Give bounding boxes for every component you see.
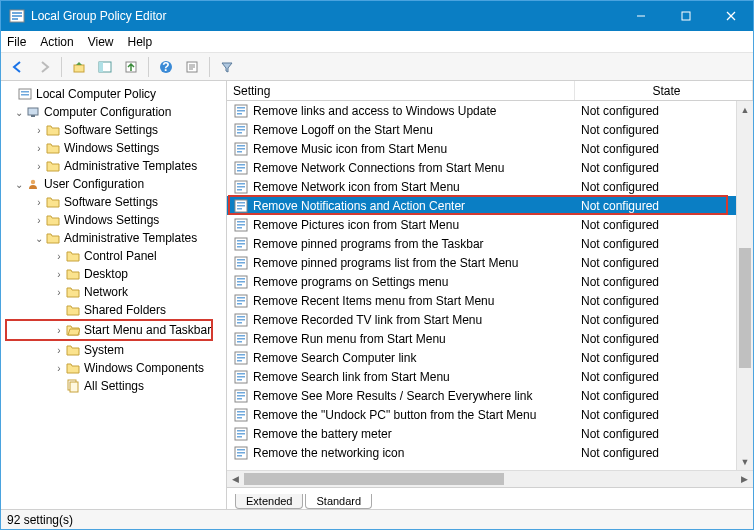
tree-desktop[interactable]: › Desktop [5,265,226,283]
vertical-scrollbar[interactable]: ▲ ▼ [736,101,753,470]
list-row[interactable]: Remove See More Results / Search Everywh… [227,386,753,405]
filter-button[interactable] [216,56,238,78]
tree-all-settings[interactable]: All Settings [5,377,226,395]
setting-state: Not configured [575,123,753,137]
tab-extended[interactable]: Extended [235,494,303,509]
list-row[interactable]: Remove Run menu from Start MenuNot confi… [227,329,753,348]
tree-twisty[interactable]: ⌄ [33,233,45,244]
tree-twisty[interactable]: › [33,197,45,208]
properties-button[interactable] [181,56,203,78]
tree-admin-templates[interactable]: › Administrative Templates [5,157,226,175]
tree-twisty[interactable]: › [33,161,45,172]
tree-twisty[interactable]: › [33,125,45,136]
column-state[interactable]: State [575,81,753,100]
back-button[interactable] [7,56,29,78]
list-row[interactable]: Remove pinned programs from the TaskbarN… [227,234,753,253]
scroll-down-arrow[interactable]: ▼ [737,453,753,470]
list-row[interactable]: Remove programs on Settings menuNot conf… [227,272,753,291]
scroll-track[interactable] [737,118,753,453]
tree-start-menu-taskbar[interactable]: › Start Menu and Taskbar [7,321,211,339]
svg-rect-87 [237,392,245,394]
export-list-button[interactable] [120,56,142,78]
svg-rect-25 [70,382,78,392]
svg-rect-47 [237,202,245,204]
tree-shared-folders[interactable]: Shared Folders [5,301,226,319]
list-row[interactable]: Remove the "Undock PC" button from the S… [227,405,753,424]
tree-software-settings[interactable]: › Software Settings [5,193,226,211]
list-row[interactable]: Remove Recorded TV link from Start MenuN… [227,310,753,329]
help-button[interactable]: ? [155,56,177,78]
minimize-button[interactable] [618,1,663,31]
horizontal-scrollbar[interactable]: ◀ ▶ [227,470,753,487]
svg-rect-20 [21,94,29,96]
tree-software-settings[interactable]: › Software Settings [5,121,226,139]
setting-icon [233,293,249,309]
tree-windows-components[interactable]: › Windows Components [5,359,226,377]
tree-label: Network [84,285,128,299]
tree-twisty[interactable]: › [33,215,45,226]
list-row[interactable]: Remove Search Computer linkNot configure… [227,348,753,367]
list-row[interactable]: Remove Notifications and Action CenterNo… [227,196,753,215]
menu-action[interactable]: Action [40,35,73,49]
tree-admin-templates[interactable]: ⌄ Administrative Templates [5,229,226,247]
setting-icon [233,331,249,347]
list-row[interactable]: Remove the networking iconNot configured [227,443,753,462]
tree-root[interactable]: Local Computer Policy [5,85,226,103]
svg-rect-76 [237,338,245,340]
tree-twisty[interactable]: ⌄ [13,179,25,190]
menu-help[interactable]: Help [128,35,153,49]
list-row[interactable]: Remove Search link from Start MenuNot co… [227,367,753,386]
tree-twisty[interactable]: › [53,363,65,374]
setting-name: Remove programs on Settings menu [253,275,575,289]
tree-twisty[interactable]: › [53,325,65,336]
tree-control-panel[interactable]: › Control Panel [5,247,226,265]
close-button[interactable] [708,1,753,31]
svg-rect-95 [237,430,245,432]
tree-windows-settings[interactable]: › Windows Settings [5,211,226,229]
setting-state: Not configured [575,408,753,422]
setting-name: Remove Recent Items menu from Start Menu [253,294,575,308]
tree-user-config[interactable]: ⌄ User Configuration [5,175,226,193]
tree-system[interactable]: › System [5,341,226,359]
list-row[interactable]: Remove Pictures icon from Start MenuNot … [227,215,753,234]
list-row[interactable]: Remove pinned programs list from the Sta… [227,253,753,272]
svg-rect-92 [237,414,245,416]
window-title: Local Group Policy Editor [31,9,618,23]
scroll-thumb[interactable] [739,248,751,368]
tree-label: Computer Configuration [44,105,171,119]
scroll-up-arrow[interactable]: ▲ [737,101,753,118]
svg-rect-1 [12,12,22,14]
list-row[interactable]: Remove Logoff on the Start MenuNot confi… [227,120,753,139]
list-row[interactable]: Remove Network icon from Start MenuNot c… [227,177,753,196]
column-setting[interactable]: Setting [227,81,575,100]
tree-twisty[interactable]: › [53,251,65,262]
svg-rect-40 [237,167,245,169]
tab-standard[interactable]: Standard [305,494,372,509]
list-row[interactable]: Remove the battery meterNot configured [227,424,753,443]
forward-button[interactable] [33,56,55,78]
tree-label: All Settings [84,379,144,393]
scroll-track[interactable] [244,471,736,487]
tree-twisty[interactable]: › [53,287,65,298]
list-row[interactable]: Remove Network Connections from Start Me… [227,158,753,177]
show-hide-tree-button[interactable] [94,56,116,78]
menu-file[interactable]: File [7,35,26,49]
up-button[interactable] [68,56,90,78]
svg-rect-41 [237,170,242,172]
tree-twisty[interactable]: › [53,345,65,356]
tree-comp-config[interactable]: ⌄ Computer Configuration [5,103,226,121]
maximize-button[interactable] [663,1,708,31]
scroll-thumb[interactable] [244,473,504,485]
tree-twisty[interactable]: › [33,143,45,154]
tree-twisty[interactable]: ⌄ [13,107,25,118]
list-row[interactable]: Remove Recent Items menu from Start Menu… [227,291,753,310]
svg-rect-85 [237,379,242,381]
tree-network[interactable]: › Network [5,283,226,301]
list-row[interactable]: Remove Music icon from Start MenuNot con… [227,139,753,158]
scroll-right-arrow[interactable]: ▶ [736,471,753,487]
tree-twisty[interactable]: › [53,269,65,280]
tree-windows-settings[interactable]: › Windows Settings [5,139,226,157]
menu-view[interactable]: View [88,35,114,49]
list-row[interactable]: Remove links and access to Windows Updat… [227,101,753,120]
scroll-left-arrow[interactable]: ◀ [227,471,244,487]
